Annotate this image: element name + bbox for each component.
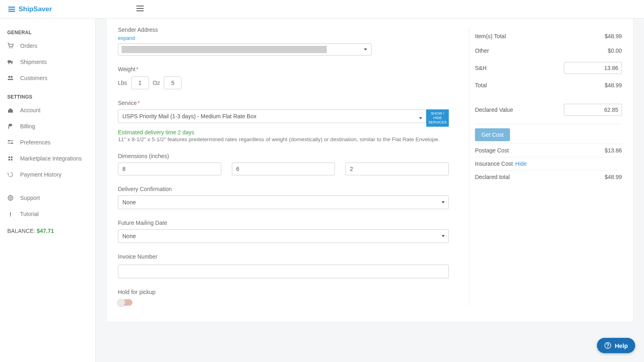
svg-point-0 (9, 47, 10, 49)
future-mailing-select[interactable]: None (118, 229, 449, 243)
get-cost-button[interactable]: Get Cost (475, 128, 510, 141)
dimension-width-input[interactable] (232, 162, 335, 175)
help-button[interactable]: Help (597, 338, 635, 353)
svg-point-2 (8, 63, 10, 64)
sidebar-item-account[interactable]: Account (0, 102, 95, 118)
total-value: $48.99 (605, 82, 622, 88)
cart-icon (7, 43, 14, 49)
menu-toggle-button[interactable] (136, 6, 144, 12)
home-icon (7, 107, 14, 113)
weight-label: Weight* (118, 66, 449, 72)
hold-pickup-toggle[interactable] (118, 299, 132, 306)
delivery-confirmation-select[interactable]: None (118, 195, 449, 209)
sidebar-item-label: Customers (20, 75, 47, 81)
sidebar-item-preferences[interactable]: Preferences (0, 134, 95, 150)
declared-total-label: Declared total (475, 174, 510, 180)
content-area: Sender Address expand Weight* Lbs Oz Ser… (96, 19, 644, 362)
service-description: 11" x 8-1/2" x 5-1/2" features predeterm… (118, 136, 449, 142)
help-icon (604, 342, 611, 349)
sidebar: GENERAL Orders Shipments Customers SETTI… (0, 19, 96, 362)
sidebar-item-tutorial[interactable]: ! Tutorial (0, 206, 95, 222)
hamburger-icon (136, 6, 144, 11)
summary-panel: Item(s) Total $48.99 Other $0.00 S&H Tot… (469, 27, 622, 306)
service-select[interactable]: USPS Priority Mail (1-3 days) - Medium F… (118, 109, 426, 123)
items-total-value: $48.99 (605, 33, 622, 39)
dimension-length-input[interactable] (118, 162, 221, 175)
items-total-label: Item(s) Total (475, 33, 506, 39)
estimated-delivery-text: Estimated delivery time 2 days (118, 129, 449, 136)
balance-amount: $47.71 (37, 228, 54, 234)
sender-address-label: Sender Address (118, 27, 449, 33)
sidebar-item-label: Support (20, 195, 40, 201)
expand-link[interactable]: expand (118, 35, 135, 41)
sliders-icon (7, 139, 14, 146)
sh-input[interactable] (564, 62, 622, 74)
lbs-input[interactable] (131, 76, 149, 89)
svg-point-5 (11, 76, 13, 78)
postage-cost-value: $13.86 (605, 147, 622, 154)
svg-point-1 (12, 47, 13, 49)
svg-point-3 (11, 63, 12, 64)
sh-label: S&H (475, 65, 487, 71)
brand-logo[interactable]: ShipSaver (7, 5, 52, 14)
integration-icon (7, 155, 14, 162)
service-label: Service* (118, 100, 449, 106)
dimension-height-input[interactable] (345, 162, 449, 175)
sidebar-item-customers[interactable]: Customers (0, 70, 95, 86)
balance-label: BALANCE: (7, 228, 35, 234)
sidebar-item-label: Payment History (20, 171, 62, 178)
declared-value-label: Declared Value (475, 107, 513, 113)
insurance-hide-link[interactable]: Hide (515, 160, 527, 167)
svg-point-6 (8, 140, 10, 142)
svg-point-4 (8, 76, 10, 78)
future-mailing-label: Future Mailing Date (118, 220, 449, 226)
sidebar-item-label: Account (20, 107, 41, 113)
sidebar-item-label: Preferences (20, 139, 50, 146)
declared-value-input[interactable] (564, 104, 622, 116)
svg-point-10 (608, 347, 609, 348)
insurance-cost-label: Insurance Cost (475, 160, 513, 167)
history-icon (7, 171, 14, 178)
paypal-icon (7, 123, 14, 130)
postage-cost-label: Postage Cost (475, 147, 509, 154)
users-icon (7, 75, 14, 81)
balance-row: BALANCE: $47.71 (0, 222, 95, 240)
exclamation-icon: ! (7, 211, 14, 217)
sidebar-item-label: Orders (20, 43, 37, 49)
sidebar-item-label: Marketplace Integrations (20, 155, 82, 162)
dimensions-label: Dimensions (inches) (118, 153, 449, 159)
sidebar-heading-general: GENERAL (0, 27, 95, 38)
delivery-confirmation-label: Delivery Confirmation (118, 186, 449, 192)
sidebar-item-label: Billing (20, 123, 35, 130)
sidebar-item-payment-history[interactable]: Payment History (0, 167, 95, 183)
oz-input[interactable] (164, 76, 182, 89)
sidebar-item-billing[interactable]: Billing (0, 118, 95, 134)
invoice-number-input[interactable] (118, 265, 449, 278)
oz-label: Oz (153, 80, 160, 86)
sidebar-item-label: Shipments (20, 59, 47, 65)
svg-point-7 (11, 142, 13, 144)
globe-icon (7, 195, 14, 201)
hold-pickup-label: Hold for pickup (118, 289, 449, 295)
lbs-label: Lbs (118, 80, 127, 86)
declared-total-value: $48.99 (605, 174, 622, 180)
brand-icon (7, 5, 16, 14)
other-label: Other (475, 47, 489, 54)
sidebar-item-orders[interactable]: Orders (0, 38, 95, 54)
show-hide-services-button[interactable]: SHOW / HIDE SERVICES (426, 109, 449, 127)
other-value: $0.00 (608, 47, 622, 54)
sender-address-select[interactable] (118, 43, 372, 56)
sidebar-item-integrations[interactable]: Marketplace Integrations (0, 150, 95, 167)
invoice-number-label: Invoice Number (118, 253, 449, 260)
sidebar-item-support[interactable]: Support (0, 190, 95, 206)
sidebar-heading-settings: SETTINGS (0, 92, 95, 102)
truck-icon (7, 59, 14, 65)
brand-name: ShipSaver (19, 5, 52, 13)
total-label: Total (475, 82, 487, 88)
help-label: Help (615, 342, 628, 349)
sidebar-item-shipments[interactable]: Shipments (0, 54, 95, 70)
sidebar-item-label: Tutorial (20, 211, 39, 217)
